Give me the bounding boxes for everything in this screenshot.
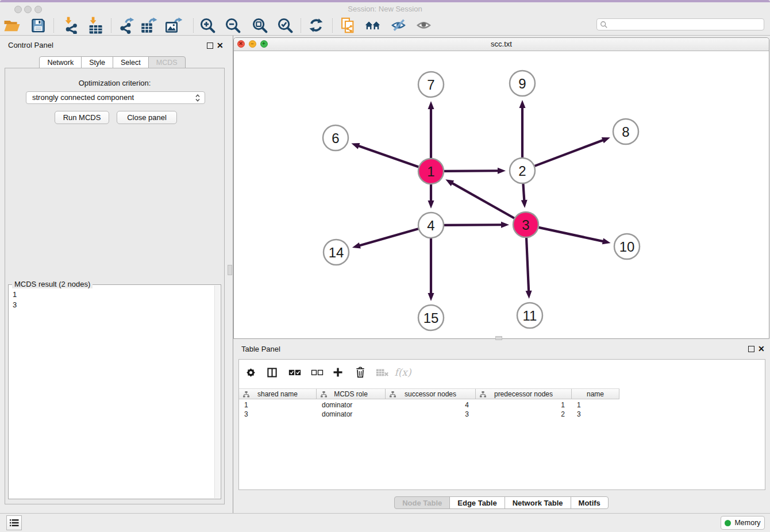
network-canvas[interactable]: 1234678910111415	[234, 51, 769, 338]
cell-shared-name[interactable]: 3	[239, 410, 317, 418]
toggle-columns-icon[interactable]	[263, 364, 280, 380]
column-header-shared-name[interactable]: shared name	[239, 389, 317, 399]
select-all-icon[interactable]	[286, 364, 303, 380]
cell-predecessor-nodes[interactable]: 1	[476, 401, 572, 409]
search-input[interactable]	[596, 18, 764, 30]
result-scrollbar[interactable]	[214, 286, 220, 498]
export-network-icon[interactable]	[117, 17, 136, 33]
main-titlebar[interactable]: Session: New Session	[0, 2, 770, 16]
task-history-button[interactable]	[6, 515, 22, 530]
mcds-result-list: 1 3	[9, 286, 215, 499]
graph-edge-3-11[interactable]	[526, 238, 529, 292]
close-panel-icon[interactable]: ✕	[217, 43, 224, 49]
tab-mcds[interactable]: MCDS	[148, 56, 186, 68]
run-mcds-button[interactable]: Run MCDS	[55, 111, 109, 124]
panel-divider-handle[interactable]	[228, 265, 232, 275]
memory-button[interactable]: Memory	[721, 516, 765, 530]
zoom-window-button[interactable]	[34, 6, 42, 13]
import-network-icon[interactable]	[61, 17, 80, 33]
minimize-window-button[interactable]	[24, 6, 32, 13]
show-all-icon[interactable]	[364, 17, 382, 33]
zoom-out-icon[interactable]	[224, 17, 242, 33]
table-row[interactable]: 1dominator411	[239, 400, 619, 410]
cell-predecessor-nodes[interactable]: 2	[476, 410, 572, 418]
table-settings-icon[interactable]	[242, 364, 259, 380]
graph-node-label: 6	[332, 130, 339, 146]
close-window-button[interactable]	[14, 6, 22, 13]
cell-MCDS-role[interactable]: dominator	[317, 401, 386, 409]
graph-edge-4-14[interactable]	[359, 229, 418, 245]
cell-successor-nodes[interactable]: 3	[386, 410, 476, 418]
refresh-layout-icon[interactable]	[307, 17, 325, 33]
graph-node-label: 4	[427, 218, 434, 233]
graph-edge-arrow	[351, 143, 360, 149]
column-label: name	[587, 390, 604, 398]
table-tab-node-table[interactable]: Node Table	[394, 496, 450, 509]
graph-edge-4-3[interactable]	[444, 225, 502, 225]
cell-MCDS-role[interactable]: dominator	[317, 410, 386, 418]
cell-name[interactable]: 3	[572, 410, 619, 418]
delete-row-icon[interactable]	[352, 364, 369, 380]
graph-edge-2-3[interactable]	[523, 184, 524, 201]
criterion-select[interactable]: strongly connected component	[26, 91, 205, 104]
table-row[interactable]: 3dominator323	[239, 410, 619, 419]
zoom-in-icon[interactable]	[198, 17, 217, 33]
graph-edge-3-10[interactable]	[538, 228, 603, 241]
zoom-selected-icon[interactable]	[276, 17, 294, 33]
zoom-fit-icon[interactable]	[251, 17, 269, 33]
graph-edge-3-1[interactable]	[452, 183, 514, 218]
graph-edge-arrow	[428, 101, 434, 109]
import-table-icon[interactable]	[86, 17, 105, 33]
column-sort-icon	[243, 391, 249, 399]
graph-edge-1-2[interactable]	[444, 171, 499, 171]
column-sort-icon	[390, 391, 396, 399]
cell-shared-name[interactable]: 1	[239, 401, 317, 409]
graph-edge-arrow	[445, 179, 454, 186]
table-float-icon[interactable]	[748, 346, 754, 352]
status-bar: Memory	[0, 513, 770, 532]
table-tab-network-table[interactable]: Network Table	[505, 496, 571, 509]
graph-edge-2-8[interactable]	[535, 140, 604, 165]
table-tab-motifs[interactable]: Motifs	[571, 496, 609, 509]
show-graphics-details-icon[interactable]	[415, 17, 433, 33]
table-close-icon[interactable]: ✕	[758, 346, 765, 352]
network-window-title: scc.txt	[234, 38, 769, 51]
column-header-successor-nodes[interactable]: successor nodes	[386, 389, 476, 399]
graph-edge-arrow	[428, 201, 434, 209]
column-header-predecessor-nodes[interactable]: predecessor nodes	[476, 389, 572, 399]
network-zoom-button[interactable]: +	[260, 40, 268, 48]
cell-successor-nodes[interactable]: 4	[386, 401, 476, 409]
network-window-titlebar[interactable]: ✕ − + scc.txt	[234, 38, 769, 51]
table-divider-handle[interactable]	[495, 336, 502, 340]
add-row-icon[interactable]	[329, 364, 346, 380]
graph-edge-arrow	[602, 137, 610, 143]
function-builder-icon[interactable]: f(x)	[394, 364, 411, 380]
export-table-icon[interactable]	[140, 17, 158, 33]
graph-edge-1-6[interactable]	[358, 146, 419, 167]
close-panel-button[interactable]: Close panel	[117, 111, 177, 124]
export-image-icon[interactable]	[164, 17, 183, 33]
search-icon	[600, 21, 608, 29]
table-tab-edge-table[interactable]: Edge Table	[449, 496, 505, 509]
memory-status-icon	[725, 520, 731, 526]
mcds-panel: Optimization criterion: strongly connect…	[5, 68, 225, 504]
tab-style[interactable]: Style	[81, 56, 113, 68]
cell-name[interactable]: 1	[572, 401, 619, 409]
column-label: MCDS role	[334, 390, 368, 398]
column-header-MCDS-role[interactable]: MCDS role	[317, 389, 386, 399]
network-close-button[interactable]: ✕	[237, 40, 245, 48]
clone-network-icon[interactable]	[338, 17, 357, 33]
graph-edge-arrow	[501, 222, 509, 228]
tab-select[interactable]: Select	[113, 56, 149, 68]
unselect-all-icon[interactable]	[309, 364, 326, 380]
graph-node-label: 3	[522, 217, 529, 233]
open-session-icon[interactable]	[3, 17, 21, 33]
criterion-value: strongly connected component	[32, 93, 134, 102]
network-minimize-button[interactable]: −	[249, 40, 256, 48]
float-panel-icon[interactable]	[207, 43, 213, 49]
delete-table-icon[interactable]	[374, 364, 391, 380]
tab-network[interactable]: Network	[39, 56, 82, 68]
column-header-name[interactable]: name	[572, 389, 619, 399]
hide-selected-icon[interactable]	[390, 17, 408, 33]
save-session-icon[interactable]	[29, 17, 47, 33]
